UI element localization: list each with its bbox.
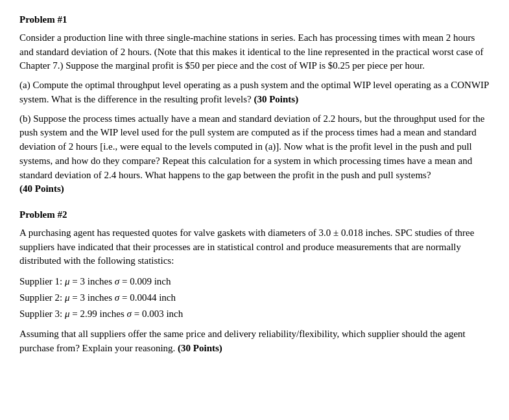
problem-1-intro: Consider a production line with three si… (19, 31, 490, 73)
part-b-text: (b) Suppose the process times actually h… (19, 113, 484, 180)
suppliers-list: Supplier 1: μ = 3 inches σ = 0.009 inch … (19, 275, 490, 321)
conclusion-text: Assuming that all suppliers offer the sa… (19, 329, 466, 353)
part-b-points: (40 Points) (19, 183, 64, 194)
problem-2-intro: A purchasing agent has requested quotes … (19, 226, 490, 268)
problem-2-title: Problem #2 (19, 208, 490, 222)
problem-2-conclusion: Assuming that all suppliers offer the sa… (19, 327, 490, 356)
part-a-points: (30 Points) (252, 94, 299, 104)
problem-1-title: Problem #1 (19, 13, 490, 27)
problem-2-section: Problem #2 A purchasing agent has reques… (19, 208, 490, 356)
supplier-1-line: Supplier 1: μ = 3 inches σ = 0.009 inch (19, 275, 490, 289)
problem-1-part-b: (b) Suppose the process times actually h… (19, 112, 490, 197)
supplier-1-label: Supplier 1: μ = 3 inches σ = 0.009 inch (19, 276, 171, 286)
problem-1-part-a: (a) Compute the optimal throughput level… (19, 78, 490, 107)
conclusion-points: (30 Points) (175, 343, 222, 353)
supplier-3-line: Supplier 3: μ = 2.99 inches σ = 0.003 in… (19, 307, 490, 321)
problem-1-section: Problem #1 Consider a production line wi… (19, 13, 490, 196)
supplier-3-label: Supplier 3: μ = 2.99 inches σ = 0.003 in… (19, 309, 183, 319)
supplier-2-label: Supplier 2: μ = 3 inches σ = 0.0044 inch (19, 292, 176, 303)
supplier-2-line: Supplier 2: μ = 3 inches σ = 0.0044 inch (19, 291, 490, 305)
